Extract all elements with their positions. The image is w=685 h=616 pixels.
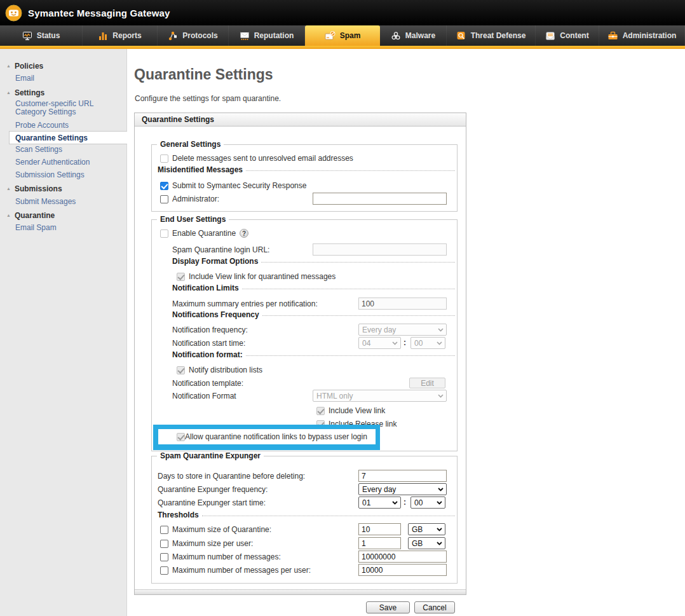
delete-messages-checkbox[interactable] <box>160 154 168 163</box>
max-size-quarantine-unit-select[interactable]: GB <box>408 523 445 535</box>
sidebar-item-submit-messages[interactable]: Submit Messages <box>15 197 76 206</box>
cancel-button[interactable]: Cancel <box>414 601 455 613</box>
max-size-per-user-row: Maximum size per user: GB <box>152 537 457 550</box>
selected-value: 04 <box>362 339 370 348</box>
sidebar-section-quarantine[interactable]: ▲ Quarantine <box>6 211 55 220</box>
notification-template-row: Notification template: Edit <box>152 377 457 390</box>
submit-security-response-label: Submit to Symantec Security Response <box>172 181 306 190</box>
tab-protocols[interactable]: Protocols <box>158 25 229 46</box>
tab-content[interactable]: Content <box>536 25 599 46</box>
max-size-quarantine-label: Maximum size of Quarantine: <box>172 525 271 534</box>
help-icon[interactable]: ? <box>240 229 248 238</box>
tab-spam[interactable]: Spam <box>305 25 380 46</box>
sidebar-section-submissions[interactable]: ▲ Submissions <box>6 184 62 193</box>
notifications-frequency-heading: Notifications Frequency <box>172 310 262 319</box>
days-to-store-row: Days to store in Quarantine before delet… <box>152 470 457 483</box>
collapse-icon: ▲ <box>6 64 11 68</box>
administrator-input[interactable] <box>313 193 447 205</box>
max-messages-per-user-label: Maximum number of messages per user: <box>172 566 311 575</box>
misidentified-messages-heading: Misidentified Messages <box>158 165 246 174</box>
threat-defense-icon <box>456 31 466 41</box>
days-to-store-input[interactable] <box>358 470 447 482</box>
chevron-down-icon <box>437 528 442 531</box>
chevron-down-icon <box>438 328 444 332</box>
thresholds-heading-row: Thresholds <box>152 510 455 520</box>
protocols-icon <box>168 31 178 41</box>
tab-label: Spam <box>340 31 361 40</box>
misidentified-messages-heading-row: Misidentified Messages <box>152 165 455 175</box>
expunger-start-minute-select[interactable]: 00 <box>410 496 445 509</box>
tab-label: Reports <box>112 31 141 40</box>
max-size-quarantine-input[interactable] <box>358 523 401 535</box>
max-size-per-user-unit-select[interactable]: GB <box>408 537 445 549</box>
max-size-per-user-input[interactable] <box>358 537 401 549</box>
notification-limits-heading: Notification Limits <box>172 284 242 292</box>
tab-administration[interactable]: Administration <box>599 25 685 46</box>
display-format-heading-row: Display Format Options <box>152 256 455 266</box>
section-label: Submissions <box>15 184 62 193</box>
sidebar: ▲ Policies Email ▲ Settings Customer-spe… <box>0 49 127 616</box>
max-size-quarantine-checkbox[interactable] <box>160 526 168 534</box>
login-url-label: Spam Quarantine login URL: <box>172 245 269 254</box>
max-messages-per-user-checkbox[interactable] <box>160 566 168 575</box>
sidebar-item-quarantine-settings[interactable]: Quarantine Settings <box>9 131 127 144</box>
include-view-quarantined-checkbox <box>177 273 185 281</box>
sidebar-item-email[interactable]: Email <box>15 74 34 83</box>
sidebar-item-submission-settings[interactable]: Submission Settings <box>15 170 85 179</box>
sidebar-item-email-spam[interactable]: Email Spam <box>15 223 57 232</box>
administrator-row: Administrator: <box>152 193 457 205</box>
tab-label: Threat Defense <box>471 31 526 40</box>
sidebar-item-scan-settings[interactable]: Scan Settings <box>15 145 62 154</box>
max-size-per-user-label: Maximum size per user: <box>172 539 253 548</box>
selected-value: 00 <box>414 339 423 348</box>
reputation-icon <box>240 31 250 41</box>
selected-value: Every day <box>362 325 396 334</box>
notification-start-time-row: Notification start time: 04 : 00 <box>152 337 457 350</box>
notification-start-hour-select: 04 <box>358 337 401 349</box>
expunger-start-hour-select[interactable]: 01 <box>358 496 401 509</box>
submit-security-response-checkbox[interactable] <box>160 182 168 190</box>
max-messages-per-user-input[interactable] <box>358 564 447 576</box>
max-messages-checkbox[interactable] <box>160 553 168 561</box>
sidebar-item-customer-specific-url-category-settings[interactable]: Customer-specific URL Category Settings <box>15 100 116 116</box>
enable-quarantine-checkbox[interactable] <box>160 229 168 238</box>
save-button[interactable]: Save <box>366 601 410 613</box>
selected-value: GB <box>412 539 423 548</box>
tab-label: Protocols <box>182 31 217 40</box>
content-icon <box>545 31 555 41</box>
panel-header: Quarantine Settings <box>135 113 466 127</box>
quarantine-settings-panel: Quarantine Settings General Settings Del… <box>134 113 466 595</box>
notification-frequency-row: Notification frequency: Every day <box>152 324 457 336</box>
bypass-login-label: Allow quarantine notification links to b… <box>185 432 367 441</box>
dotted-rule <box>262 315 455 316</box>
sidebar-item-probe-accounts[interactable]: Probe Accounts <box>15 121 69 130</box>
sidebar-item-sender-authentication[interactable]: Sender Authentication <box>15 158 90 167</box>
general-settings-legend: General Settings <box>157 140 224 149</box>
sidebar-section-policies[interactable]: ▲ Policies <box>6 62 43 71</box>
dotted-rule <box>246 170 455 171</box>
tab-reputation[interactable]: Reputation <box>229 25 305 46</box>
tab-status[interactable]: Status <box>0 25 83 46</box>
max-messages-input[interactable] <box>358 551 447 563</box>
spam-icon <box>325 31 336 41</box>
max-size-per-user-checkbox[interactable] <box>160 540 168 548</box>
enable-quarantine-row: Enable Quarantine ? <box>152 227 457 240</box>
include-view-quarantined-row: Include View link for quarantined messag… <box>152 270 457 283</box>
malware-icon <box>391 31 401 41</box>
tab-malware[interactable]: Malware <box>380 25 447 46</box>
expunger-frequency-select[interactable]: Every day <box>358 483 447 495</box>
main-nav: Status Reports Protocols <box>0 25 685 46</box>
enable-quarantine-label: Enable Quarantine <box>172 229 236 238</box>
sidebar-section-settings[interactable]: ▲ Settings <box>6 88 44 97</box>
administrator-checkbox[interactable] <box>160 195 168 203</box>
section-label: Policies <box>15 62 43 71</box>
administrator-label: Administrator: <box>172 195 219 203</box>
notification-format-select: HTML only <box>313 390 447 402</box>
notification-format-label: Notification Format <box>172 392 236 400</box>
tab-threat-defense[interactable]: Threat Defense <box>447 25 536 46</box>
dotted-rule <box>242 289 455 289</box>
tab-reports[interactable]: Reports <box>83 25 158 46</box>
login-url-input <box>313 243 447 256</box>
include-view-link-label: Include View link <box>329 406 385 415</box>
notification-frequency-label: Notification frequency: <box>172 325 248 334</box>
